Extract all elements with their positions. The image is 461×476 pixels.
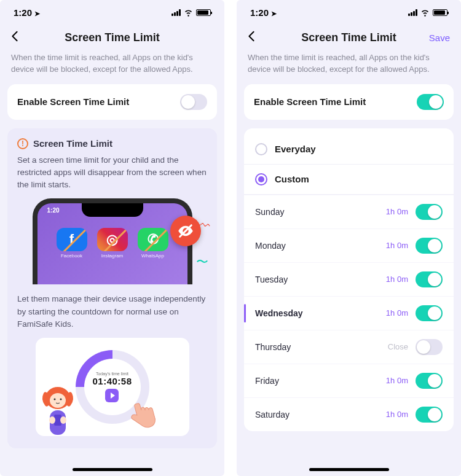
day-name: Monday [255,241,286,251]
day-row-wednesday[interactable]: Wednesday1h 0m [244,296,454,330]
location-icon: ➤ [271,10,277,17]
phone-screen-disabled: 1:20 ➤ Screen Time Limit When the time l… [0,0,224,476]
day-row-sunday[interactable]: Sunday1h 0m [244,195,454,228]
home-indicator[interactable] [73,468,152,471]
illustration-person [36,381,80,436]
day-name: Saturday [255,410,290,419]
mode-label: Everyday [275,144,316,154]
day-duration: 1h 0m [386,376,408,385]
svg-point-7 [49,416,55,424]
nav-header: Screen Time Limit [0,25,224,52]
back-button[interactable] [248,31,255,45]
decoration-squiggle-teal: 〜 [196,254,208,270]
nav-header: Screen Time Limit Save [237,25,461,52]
svg-point-2 [50,393,66,408]
day-row-thursday[interactable]: ThursdayClose [244,330,454,364]
day-row-friday[interactable]: Friday1h 0m [244,364,454,397]
day-row-monday[interactable]: Monday1h 0m [244,228,454,262]
enable-toggle[interactable] [417,94,444,110]
cellular-icon [171,9,181,16]
day-duration: Close [388,342,408,351]
day-duration: 1h 0m [386,241,408,250]
day-duration: 1h 0m [386,275,408,284]
status-bar: 1:20 ➤ [237,0,461,25]
enable-label: Enable Screen Time Limit [17,96,129,107]
day-toggle[interactable] [416,204,443,220]
day-toggle[interactable] [416,373,443,389]
day-name: Tuesday [255,275,288,284]
day-toggle[interactable] [416,271,443,287]
mode-everyday[interactable]: Everyday [244,135,454,165]
enable-toggle[interactable] [180,94,207,110]
info-card: ! Screen Time Limit Set a screen time li… [7,128,217,449]
mock-app-whatsapp: ✆WhatsApp [138,228,168,259]
status-bar: 1:20 ➤ [0,0,224,25]
day-duration: 1h 0m [386,410,408,419]
status-time: 1:20 ➤ [250,7,277,18]
day-name: Sunday [255,207,284,217]
day-row-tuesday[interactable]: Tuesday1h 0m [244,262,454,296]
illustration-countdown: Today's time limit 01:40:58 [36,338,189,436]
enable-card: Enable Screen Time Limit [7,84,217,120]
page-title: Screen Time Limit [65,31,160,44]
day-row-saturday[interactable]: Saturday1h 0m [244,397,454,431]
mode-custom[interactable]: Custom [244,165,454,195]
svg-point-3 [53,399,55,400]
mock-app-instagram: ◎Instagram [97,228,128,259]
enable-label: Enable Screen Time Limit [254,96,366,107]
radio-icon [255,173,267,185]
page-description: When the time limit is reached, all Apps… [237,52,461,84]
day-toggle[interactable] [416,238,443,254]
home-indicator[interactable] [309,468,389,471]
illustration-phone: 1:20 fFacebook◎Instagram✆WhatsApp [33,198,192,284]
svg-point-8 [60,416,66,424]
decoration-squiggle-red: 〰 [194,216,211,236]
phone-screen-enabled: 1:20 ➤ Screen Time Limit Save When the t… [237,0,461,476]
enable-card: Enable Screen Time Limit [244,84,454,120]
wifi-icon [184,9,193,16]
mock-app-facebook: fFacebook [57,228,87,259]
location-icon: ➤ [34,10,40,17]
back-button[interactable] [11,31,18,45]
info-para-2: Let them manage their device usage indep… [17,293,207,330]
save-button[interactable]: Save [429,33,450,43]
day-name: Wednesday [255,308,303,318]
info-para-1: Set a screen time limit for your child a… [17,154,207,192]
radio-icon [255,143,267,155]
countdown-time: 01:40:58 [92,376,132,386]
status-time: 1:20 ➤ [14,7,40,18]
battery-icon [433,9,447,16]
page-title: Screen Time Limit [301,31,396,44]
mode-label: Custom [275,174,309,184]
alert-icon: ! [17,138,28,149]
play-icon [105,389,119,402]
schedule-card: EverydayCustom Sunday1h 0mMonday1h 0mTue… [244,128,454,431]
info-title: Screen Time Limit [33,138,112,149]
day-duration: 1h 0m [386,207,408,216]
battery-icon [196,9,211,16]
day-toggle[interactable] [416,339,443,355]
cellular-icon [408,9,417,16]
day-duration: 1h 0m [386,308,408,318]
svg-point-4 [60,399,61,400]
day-toggle[interactable] [416,407,443,423]
day-name: Thursday [255,342,291,352]
wifi-icon [420,9,430,16]
day-name: Friday [255,376,279,386]
countdown-label: Today's time limit [92,372,132,376]
page-description: When the time limit is reached, all Apps… [0,52,224,84]
day-toggle[interactable] [416,305,443,321]
illustration-time: 1:20 [47,207,60,214]
